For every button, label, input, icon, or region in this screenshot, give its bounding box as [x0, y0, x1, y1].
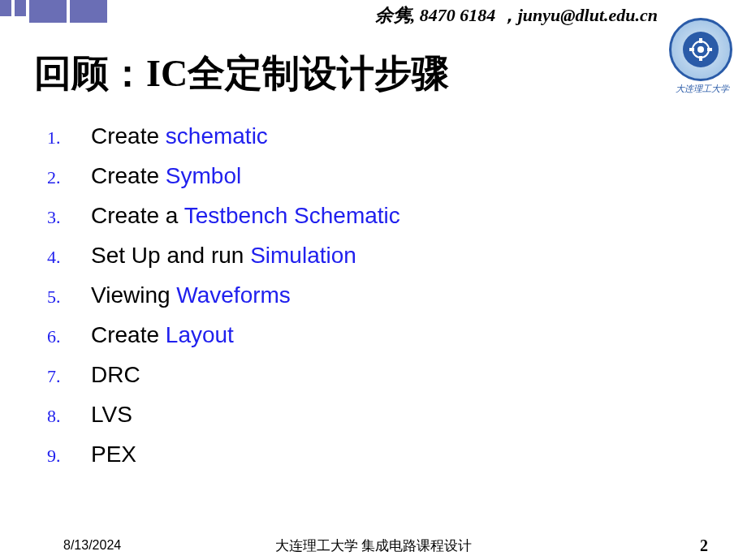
list-item: 1.Create schematic	[47, 123, 400, 149]
list-item: 9.PEX	[47, 442, 400, 467]
title-ic: IC	[146, 53, 188, 94]
svg-rect-2	[699, 38, 702, 43]
deco-rect	[29, 0, 67, 23]
deco-rect	[70, 0, 107, 23]
footer-date: 8/13/2024	[63, 538, 121, 553]
university-logo	[669, 18, 732, 81]
list-number: 6.	[47, 326, 91, 347]
deco-square	[0, 0, 11, 16]
gear-icon	[689, 38, 712, 61]
list-item: 6.Create Layout	[47, 322, 400, 348]
list-text: DRC	[91, 362, 140, 388]
list-item: 5.Viewing Waveforms	[47, 282, 400, 308]
footer-page-number: 2	[700, 536, 708, 555]
logo-caption: 大连理工大学	[676, 83, 729, 95]
list-text: LVS	[91, 402, 132, 428]
list-number: 5.	[47, 286, 91, 308]
list-text: Create schematic	[91, 123, 268, 149]
title-prefix: 回顾：	[34, 52, 146, 94]
list-number: 7.	[47, 366, 91, 387]
list-text: Create Layout	[91, 322, 234, 348]
contact-info: 余隽, 8470 6184 ，junyu@dlut.edu.cn	[375, 3, 658, 28]
deco-square	[15, 0, 26, 16]
list-number: 3.	[47, 207, 91, 228]
footer-center: 大连理工大学 集成电路课程设计	[275, 536, 472, 555]
list-item: 8.LVS	[47, 402, 400, 428]
list-text: Viewing Waveforms	[91, 282, 291, 308]
title-suffix: 全定制设计步骤	[188, 52, 449, 94]
svg-rect-3	[699, 56, 702, 61]
slide-title: 回顾：IC全定制设计步骤	[34, 49, 449, 99]
list-text: Create a Testbench Schematic	[91, 203, 400, 229]
list-number: 2.	[47, 167, 91, 188]
svg-rect-4	[689, 48, 694, 51]
svg-point-1	[697, 46, 704, 53]
list-number: 9.	[47, 446, 91, 467]
header-decoration	[0, 0, 110, 23]
list-number: 1.	[47, 127, 91, 149]
list-text: Create Symbol	[91, 163, 241, 189]
svg-rect-5	[707, 48, 712, 51]
list-number: 8.	[47, 406, 91, 427]
list-item: 2.Create Symbol	[47, 163, 400, 189]
list-item: 4.Set Up and run Simulation	[47, 243, 400, 269]
list-text: PEX	[91, 442, 136, 467]
list-item: 7.DRC	[47, 362, 400, 388]
list-text: Set Up and run Simulation	[91, 243, 356, 269]
steps-list: 1.Create schematic2.Create Symbol3.Creat…	[47, 123, 400, 481]
list-item: 3.Create a Testbench Schematic	[47, 203, 400, 229]
list-number: 4.	[47, 247, 91, 268]
